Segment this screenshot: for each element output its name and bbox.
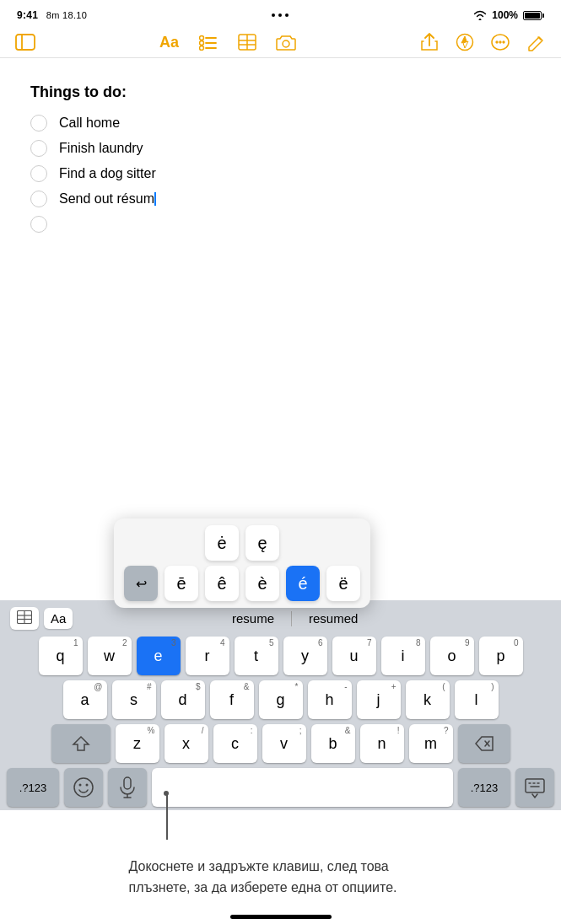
char-variant-popup[interactable]: ė ę ↩ ē ê è é ë xyxy=(114,518,370,608)
key-o[interactable]: 9o xyxy=(430,637,474,675)
kbd-format-btn[interactable]: Aa xyxy=(44,608,73,629)
list-item: Call home xyxy=(30,115,531,132)
sidebar-toggle-icon[interactable] xyxy=(15,32,35,52)
svg-rect-30 xyxy=(526,779,544,792)
numbers-key-right[interactable]: .?123 xyxy=(458,768,510,807)
key-x[interactable]: /x xyxy=(165,724,208,763)
wifi-icon xyxy=(473,10,487,20)
list-item-text: Send out résum xyxy=(59,191,156,207)
key-r[interactable]: 4r xyxy=(186,637,229,675)
char-key-e-ogonek[interactable]: ę xyxy=(245,525,279,561)
checkbox-circle[interactable] xyxy=(30,165,47,182)
key-n[interactable]: !n xyxy=(360,724,404,763)
delete-key[interactable] xyxy=(458,724,510,763)
callout-dot xyxy=(164,791,169,796)
char-key-e-circumflex[interactable]: ê xyxy=(205,566,239,601)
battery-icon xyxy=(523,11,544,20)
keyboard[interactable]: Aa resume resumed 1q 2w 3e 4r 5t 6y 7u 8… xyxy=(0,600,561,810)
key-p[interactable]: 0p xyxy=(479,637,523,675)
compose-icon[interactable] xyxy=(526,32,546,52)
key-e[interactable]: 3e xyxy=(137,637,181,675)
key-i[interactable]: 8i xyxy=(381,637,425,675)
camera-icon[interactable] xyxy=(276,32,296,52)
text-cursor xyxy=(154,192,156,206)
shift-key[interactable] xyxy=(51,724,111,763)
key-j[interactable]: +j xyxy=(357,680,401,719)
kbd-toolbar-table-btn[interactable] xyxy=(10,607,39,630)
checklist-icon[interactable] xyxy=(198,32,218,52)
numbers-key[interactable]: .?123 xyxy=(7,768,59,807)
pin-icon[interactable] xyxy=(455,32,475,52)
key-b[interactable]: &b xyxy=(311,724,355,763)
checkbox-circle[interactable] xyxy=(30,191,47,207)
char-key-e-umlaut[interactable]: ë xyxy=(326,566,360,601)
list-item xyxy=(30,216,531,233)
keyboard-row-3: %z /x :c ;v &b !n ?m xyxy=(3,724,558,763)
key-m[interactable]: ?m xyxy=(409,724,453,763)
format-text-icon[interactable]: Aa xyxy=(159,32,180,52)
char-key-e-acute[interactable]: é xyxy=(286,566,320,601)
toolbar-center: Aa xyxy=(159,32,296,52)
empty-content-area[interactable] xyxy=(0,379,561,488)
checkbox-circle[interactable] xyxy=(30,140,47,157)
suggestion-divider xyxy=(291,611,292,626)
key-h[interactable]: -h xyxy=(308,680,352,719)
char-key-e-undo[interactable]: ↩ xyxy=(124,566,158,601)
svg-point-26 xyxy=(86,784,89,787)
char-key-e-grave[interactable]: è xyxy=(245,566,279,601)
key-a[interactable]: @a xyxy=(63,680,107,719)
char-key-e-dot-above[interactable]: ė xyxy=(205,525,239,561)
status-right: 100% xyxy=(473,9,544,21)
battery-percent: 100% xyxy=(492,9,518,21)
popup-bottom-row: ↩ ē ê è é ë xyxy=(124,566,360,601)
suggestion-resumed[interactable]: resumed xyxy=(309,611,358,626)
checkbox-circle[interactable] xyxy=(30,115,47,132)
key-w[interactable]: 2w xyxy=(88,637,132,675)
share-icon[interactable] xyxy=(419,32,440,52)
suggestion-resume[interactable]: resume xyxy=(232,611,274,626)
microphone-key[interactable] xyxy=(108,768,147,807)
key-s[interactable]: #s xyxy=(112,680,156,719)
status-center-dots xyxy=(272,13,289,17)
svg-point-16 xyxy=(499,41,501,43)
key-u[interactable]: 7u xyxy=(332,637,376,675)
svg-point-15 xyxy=(496,41,498,43)
svg-point-6 xyxy=(199,46,203,51)
keyboard-bottom-row: .?123 .?123 xyxy=(3,768,558,807)
keyboard-row-1: 1q 2w 3e 4r 5t 6y 7u 8i 9o 0p xyxy=(3,637,558,675)
kbd-suggestions: resume resumed xyxy=(232,611,358,626)
space-key[interactable] xyxy=(152,768,453,807)
status-bar: 9:41 8m 18.10 100% xyxy=(0,0,561,27)
emoji-key[interactable] xyxy=(64,768,103,807)
keyboard-hide-key[interactable] xyxy=(515,768,554,807)
key-q[interactable]: 1q xyxy=(39,637,83,675)
home-indicator-area xyxy=(0,894,561,924)
key-g[interactable]: *g xyxy=(259,680,303,719)
list-item-text: Call home xyxy=(59,116,120,131)
key-d[interactable]: $d xyxy=(161,680,205,719)
key-t[interactable]: 5t xyxy=(235,637,278,675)
checkbox-circle[interactable] xyxy=(30,216,47,233)
notes-content[interactable]: Things to do: Call home Finish laundry F… xyxy=(0,58,561,379)
svg-point-17 xyxy=(503,41,504,43)
list-item: Finish laundry xyxy=(30,140,531,157)
key-l[interactable]: )l xyxy=(455,680,499,719)
key-z[interactable]: %z xyxy=(116,724,159,763)
list-item-text: Finish laundry xyxy=(59,141,143,156)
char-key-e-macron[interactable]: ē xyxy=(165,566,198,601)
keyboard-toolbar-left: Aa xyxy=(10,607,73,630)
key-k[interactable]: (k xyxy=(406,680,450,719)
key-f[interactable]: &f xyxy=(210,680,254,719)
key-c[interactable]: :c xyxy=(213,724,257,763)
list-item: Find a dog sitter xyxy=(30,165,531,182)
table-icon[interactable] xyxy=(237,32,257,52)
svg-rect-0 xyxy=(16,35,35,50)
callout-text: Докоснете и задръжте клавиш, след това п… xyxy=(129,857,433,899)
toolbar-left xyxy=(15,32,35,52)
svg-point-12 xyxy=(283,40,289,47)
more-icon[interactable] xyxy=(490,32,510,52)
key-v[interactable]: ;v xyxy=(262,724,306,763)
keyboard-row-2: @a #s $d &f *g -h +j (k )l xyxy=(3,680,558,719)
svg-rect-27 xyxy=(124,777,131,789)
key-y[interactable]: 6y xyxy=(283,637,327,675)
